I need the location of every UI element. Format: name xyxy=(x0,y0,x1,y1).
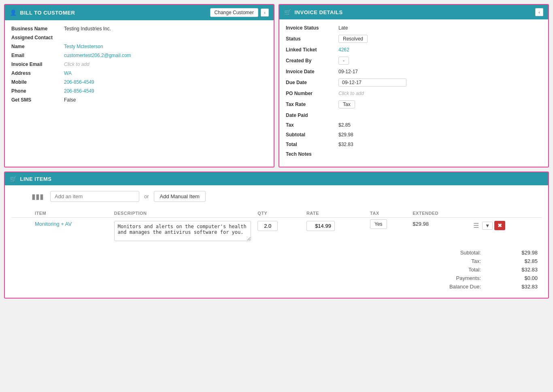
invoice-details-header-left: 🛒 INVOICE DETAILS xyxy=(284,9,343,15)
balance-due-totals-row: Balance Due: $32.83 xyxy=(416,284,538,290)
row-tax: Yes xyxy=(367,218,409,246)
line-items-header-left: 🛒 LINE ITEMS xyxy=(10,176,51,182)
get-sms-row: Get SMS False xyxy=(11,97,267,103)
due-date-input[interactable] xyxy=(338,78,406,87)
invoice-email-row: Invoice Email Click to add xyxy=(11,61,267,67)
invoice-status-row: Invoice Status Late xyxy=(286,25,542,31)
row-empty xyxy=(11,218,32,246)
name-label: Name xyxy=(11,44,64,49)
tax-rate-label: Tax Rate xyxy=(286,102,338,107)
balance-due-totals-label: Balance Due: xyxy=(440,284,481,290)
top-row: 👤 BILL TO CUSTOMER Change Customer ‹ Bus… xyxy=(4,4,549,167)
po-number-value[interactable]: Click to add xyxy=(338,91,364,96)
invoice-details-body: Invoice Status Late Status Resolved Link… xyxy=(279,19,548,167)
add-item-input[interactable] xyxy=(50,191,139,202)
invoice-date-label: Invoice Date xyxy=(286,69,338,74)
tax-totals-row: Tax: $2.85 xyxy=(416,258,538,264)
phone-row: Phone 206-856-4549 xyxy=(11,88,267,94)
add-manual-item-button[interactable]: Add Manual Item xyxy=(154,191,206,202)
phone-value[interactable]: 206-856-4549 xyxy=(64,88,94,94)
rate-input[interactable] xyxy=(306,221,335,231)
po-number-row: PO Number Click to add xyxy=(286,91,542,96)
qty-input[interactable] xyxy=(257,221,278,231)
col-rate-header: RATE xyxy=(303,209,367,218)
col-empty xyxy=(11,209,32,218)
mobile-value[interactable]: 206-856-4549 xyxy=(64,79,94,85)
due-date-row: Due Date xyxy=(286,78,542,87)
barcode-icon: ▮▮▮ xyxy=(32,192,44,201)
row-actions-container: ☰ ▼ ✖ xyxy=(472,221,538,230)
payments-totals-label: Payments: xyxy=(440,275,481,281)
invoice-email-value[interactable]: Click to add xyxy=(64,61,89,67)
line-items-body: ▮▮▮ or Add Manual Item ITEM DESCRIPTION … xyxy=(5,185,548,298)
bill-to-header: 👤 BILL TO CUSTOMER Change Customer ‹ xyxy=(5,5,274,20)
line-items-table: ITEM DESCRIPTION QTY RATE TAX EXTENDED M… xyxy=(11,209,542,246)
tax-value: $2.85 xyxy=(338,122,351,128)
name-row: Name Testy Mctesterson xyxy=(11,44,267,49)
mobile-row: Mobile 206-856-4549 xyxy=(11,79,267,85)
change-customer-button[interactable]: Change Customer xyxy=(210,8,258,17)
total-row: Total $32.83 xyxy=(286,142,542,147)
bill-to-actions: Change Customer ‹ xyxy=(210,8,269,17)
address-value[interactable]: WA xyxy=(64,70,72,76)
assigned-contact-row: Assigned Contact xyxy=(11,35,267,40)
phone-label: Phone xyxy=(11,88,64,94)
extended-value: $29.98 xyxy=(413,221,429,227)
total-totals-row: Total: $32.83 xyxy=(416,267,538,273)
item-link[interactable]: Monitoring + AV xyxy=(35,221,72,227)
line-items-header-row: ITEM DESCRIPTION QTY RATE TAX EXTENDED xyxy=(11,209,542,218)
created-by-row: Created By - xyxy=(286,57,542,65)
linked-ticket-row: Linked Ticket 4262 xyxy=(286,47,542,53)
bill-to-body: Business Name Testing Industries Inc. As… xyxy=(5,20,274,112)
delete-button[interactable]: ✖ xyxy=(494,221,505,230)
col-item-header: ITEM xyxy=(32,209,111,218)
linked-ticket-label: Linked Ticket xyxy=(286,47,338,53)
invoice-details-collapse-button[interactable]: ‹ xyxy=(535,8,543,16)
total-totals-label: Total: xyxy=(440,267,481,273)
name-value[interactable]: Testy Mctesterson xyxy=(64,44,103,49)
invoice-date-row: Invoice Date 09-12-17 xyxy=(286,69,542,74)
cart-icon: 🛒 xyxy=(284,9,291,15)
get-sms-label: Get SMS xyxy=(11,97,64,103)
dropdown-button[interactable]: ▼ xyxy=(482,222,493,230)
subtotal-totals-row: Subtotal: $29.98 xyxy=(416,250,538,256)
tax-rate-value[interactable]: Tax xyxy=(338,100,355,108)
bill-to-collapse-button[interactable]: ‹ xyxy=(261,8,269,17)
row-description: Monitors and alerts on the computer's he… xyxy=(111,218,254,246)
tech-notes-row: Tech Notes xyxy=(286,151,542,157)
status-label: Status xyxy=(286,36,338,42)
assigned-contact-label: Assigned Contact xyxy=(11,35,64,40)
or-text: or xyxy=(144,193,149,199)
linked-ticket-value[interactable]: 4262 xyxy=(338,47,349,53)
payments-totals-value: $0.00 xyxy=(505,275,538,281)
col-qty-header: QTY xyxy=(254,209,303,218)
status-badge[interactable]: Resolved xyxy=(338,35,368,43)
hamburger-button[interactable]: ☰ xyxy=(472,221,481,230)
tax-row: Tax $2.85 xyxy=(286,122,542,128)
bill-to-title: BILL TO CUSTOMER xyxy=(20,10,75,16)
line-items-title: LINE ITEMS xyxy=(20,176,52,182)
invoice-date-value: 09-12-17 xyxy=(338,69,358,74)
tax-rate-row: Tax Rate Tax xyxy=(286,100,542,108)
email-value[interactable]: customertest206.2@gmail.com xyxy=(64,53,131,58)
subtotal-totals-label: Subtotal: xyxy=(440,250,481,256)
tax-totals-value: $2.85 xyxy=(505,258,538,264)
row-rate xyxy=(303,218,367,246)
add-item-row: ▮▮▮ or Add Manual Item xyxy=(11,191,542,202)
person-icon: 👤 xyxy=(10,9,17,16)
subtotal-value: $29.98 xyxy=(338,132,353,138)
col-extended-header: EXTENDED xyxy=(409,209,468,218)
payments-totals-row: Payments: $0.00 xyxy=(416,275,538,281)
email-label: Email xyxy=(11,53,64,58)
description-textarea[interactable]: Monitors and alerts on the computer's he… xyxy=(114,221,251,241)
bill-to-customer-panel: 👤 BILL TO CUSTOMER Change Customer ‹ Bus… xyxy=(4,4,274,167)
row-qty xyxy=(254,218,303,246)
subtotal-totals-value: $29.98 xyxy=(505,250,538,256)
col-actions-header xyxy=(468,209,542,218)
tax-badge[interactable]: Yes xyxy=(370,219,387,229)
address-label: Address xyxy=(11,70,64,76)
row-item: Monitoring + AV xyxy=(32,218,111,246)
bill-to-header-left: 👤 BILL TO CUSTOMER xyxy=(10,9,75,16)
col-tax-header: TAX xyxy=(367,209,409,218)
tax-totals-label: Tax: xyxy=(440,258,481,264)
